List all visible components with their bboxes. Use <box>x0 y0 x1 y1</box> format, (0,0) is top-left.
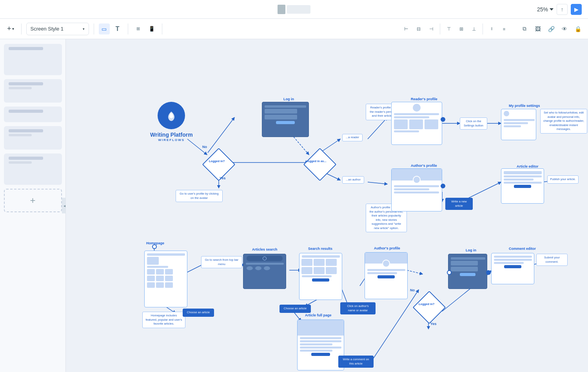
author-profile-screen-top[interactable] <box>391 168 442 211</box>
align-left-tool[interactable]: ⊢ <box>401 23 412 34</box>
align-top-tool[interactable]: ⊤ <box>443 23 454 34</box>
zoom-dropdown-icon[interactable] <box>550 8 554 11</box>
click-settings-note: Click on the Settings button <box>460 117 487 130</box>
lock-tool[interactable]: 🔒 <box>572 23 583 34</box>
sidebar-item-5-label <box>9 157 44 160</box>
articles-search-screen[interactable] <box>243 254 286 289</box>
separator-2 <box>94 23 94 34</box>
author-profile-2-screen[interactable] <box>365 252 408 299</box>
align-bottom-tool[interactable]: ⊥ <box>468 23 479 34</box>
authors-profile-label-top: Author's profile <box>411 164 437 168</box>
toolbar: + ▾ Screen Style 1 ▾ ▭ T ⊞ 📱 ⊢ ⊟ ⊣ ⊤ ⊞ ⊥… <box>0 19 588 39</box>
submit-comment-note: Submit your comment. <box>536 254 568 266</box>
separator-5 <box>440 23 440 34</box>
search-results-screen[interactable] <box>299 253 342 300</box>
sidebar-item-4[interactable] <box>4 126 62 150</box>
mobile-tool[interactable]: 📱 <box>146 23 157 34</box>
distribute-v-tool[interactable]: ≡ <box>499 23 510 34</box>
diamond1-no-label: No <box>202 145 207 149</box>
comment-editor-screen[interactable] <box>491 253 534 284</box>
reader-label: ...a reader <box>342 134 363 141</box>
zoom-control[interactable]: 25% <box>537 6 554 13</box>
sidebar-item-3[interactable] <box>4 107 62 122</box>
sidebar-collapse-button[interactable]: ◀ <box>62 198 66 213</box>
comment-editor-label: Comment editor <box>509 247 536 251</box>
layers-tool[interactable]: ⧉ <box>519 23 530 34</box>
filename <box>287 5 310 14</box>
login-screen-label: Log in <box>283 97 294 101</box>
svg-point-30 <box>169 114 173 118</box>
homepage-screen[interactable] <box>144 251 187 307</box>
homepage-note: Homepage includes featured, popular and … <box>142 312 185 328</box>
align-middle-tool[interactable]: ⊞ <box>456 23 467 34</box>
reader-profile-circle <box>441 117 445 122</box>
my-profile-settings-label: My profile settings <box>509 104 540 108</box>
sidebar-item-4-sub <box>9 134 32 136</box>
sidebar-item-3-label <box>9 110 44 113</box>
click-author-note: Click on author's name or avatar <box>340 302 376 314</box>
logged-in-diamond-1 <box>202 148 236 181</box>
sidebar-item-5[interactable] <box>4 153 62 185</box>
login-screen[interactable] <box>262 102 309 137</box>
login-2-circle <box>447 270 452 275</box>
align-tools: ⊢ ⊟ ⊣ ⊤ ⊞ ⊥ ⦀ ≡ <box>401 23 510 34</box>
login-2-screen[interactable] <box>448 254 487 289</box>
zoom-value: 25% <box>537 6 548 13</box>
file-icon <box>278 5 285 14</box>
svg-line-7 <box>368 117 387 139</box>
logo-circle <box>158 102 185 129</box>
align-center-h-tool[interactable]: ⊟ <box>413 23 424 34</box>
sidebar-item-2-sub <box>9 87 32 89</box>
sidebar-item-4-label <box>9 129 44 132</box>
distribute-h-tool[interactable]: ⦀ <box>486 23 497 34</box>
canvas[interactable]: Writing Platform WIREFLOWS Log in Logged… <box>66 39 588 372</box>
logo: Writing Platform WIREFLOWS <box>150 102 193 142</box>
svg-line-8 <box>368 182 387 184</box>
main-layout: ◀ + <box>0 39 588 372</box>
reader-profile-screen[interactable] <box>391 102 442 145</box>
article-editor-screen[interactable] <box>501 168 544 204</box>
logged-in-diamond-2 <box>303 148 337 181</box>
my-profile-screen[interactable] <box>501 109 536 140</box>
rectangle-tool[interactable]: ▭ <box>99 23 110 34</box>
play-button[interactable]: ▶ <box>571 4 582 15</box>
top-bar-right: 25% ↑ ▶ <box>537 4 582 15</box>
author-profile-circle-top <box>441 184 445 188</box>
upload-button[interactable]: ↑ <box>557 4 568 15</box>
style-dropdown[interactable]: Screen Style 1 ▾ <box>26 23 89 35</box>
sidebar-item-2[interactable] <box>4 79 62 103</box>
write-comment-note: Write a comment on this article <box>338 356 374 368</box>
sidebar: ◀ + <box>0 39 66 372</box>
logged-in-diamond-2-label: Logged in as... <box>306 159 327 163</box>
sidebar-item-1[interactable] <box>4 44 62 75</box>
add-button[interactable]: + ▾ <box>5 23 16 34</box>
grid-tool[interactable]: ⊞ <box>133 23 144 34</box>
image-tool[interactable]: 🖼 <box>532 23 543 34</box>
separator-3 <box>128 23 128 34</box>
author-label: ...an author <box>342 176 364 184</box>
article-full-label: Article full page <box>305 313 332 317</box>
diamond2-yes-label: Yes <box>430 322 437 326</box>
write-article-note: Write a new article <box>445 198 473 210</box>
articles-search-label: Articles search <box>252 247 278 251</box>
preview-tool[interactable]: 👁 <box>559 23 570 34</box>
diamond2-no-label: No <box>410 288 415 292</box>
right-tools: ⧉ 🖼 🔗 👁 🔒 <box>519 23 583 34</box>
svg-line-25 <box>407 270 423 274</box>
add-page-button[interactable]: + <box>4 189 62 212</box>
top-bar: 25% ↑ ▶ <box>0 0 588 19</box>
svg-line-24 <box>372 290 419 361</box>
logged-in-diamond-flow2-label: Logged in? <box>419 302 434 306</box>
login-2-label: Log in <box>466 248 476 252</box>
link-tool[interactable]: 🔗 <box>546 23 557 34</box>
article-full-screen[interactable] <box>297 320 344 370</box>
logged-in-diamond-flow2 <box>413 291 446 324</box>
add-chevron-icon: ▾ <box>12 27 14 31</box>
svg-line-1 <box>208 117 234 153</box>
goto-search-note: Go to search from top bar menu <box>201 256 242 268</box>
view-tools: ⊞ 📱 <box>133 23 157 34</box>
text-tool[interactable]: T <box>112 23 123 34</box>
dropdown-chevron-icon: ▾ <box>83 27 85 31</box>
align-right-tool[interactable]: ⊣ <box>426 23 437 34</box>
separator-4 <box>162 23 162 34</box>
